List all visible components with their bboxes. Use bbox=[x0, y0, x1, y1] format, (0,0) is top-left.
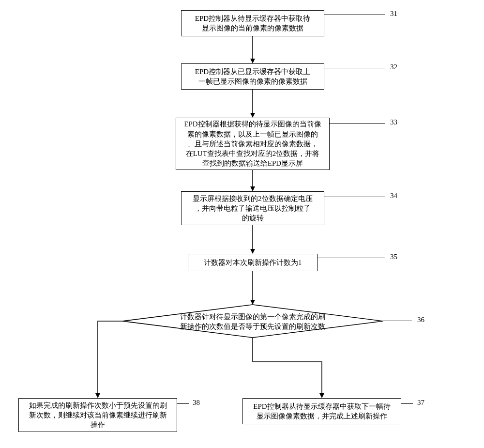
step-label-37: 37 bbox=[417, 399, 424, 407]
callout-line-32 bbox=[324, 68, 385, 68]
step-label-32: 32 bbox=[390, 63, 397, 71]
step-text: EPD控制器从已显示缓存器中获取上 一帧已显示图像的像素的像素数据 bbox=[195, 67, 310, 87]
step-box-31: EPD控制器从待显示缓存器中获取待 显示图像的当前像素的像素数据 bbox=[181, 10, 324, 36]
step-label-31: 31 bbox=[390, 10, 397, 18]
step-label-35: 35 bbox=[390, 253, 397, 261]
step-label-34: 34 bbox=[390, 192, 397, 200]
callout-line-34 bbox=[324, 197, 385, 197]
step-box-35: 计数器对本次刷新操作计数为1 bbox=[188, 254, 318, 271]
callout-line-37 bbox=[401, 403, 413, 404]
step-box-34: 显示屏根据接收到的2位数据确定电压 ，并向带电粒子输送电压以控制粒子 的旋转 bbox=[181, 191, 324, 225]
step-text: 计数器对本次刷新操作计数为1 bbox=[204, 258, 302, 267]
step-box-33: EPD控制器根据获得的待显示图像的当前像 素的像素数据，以及上一帧已显示图像的 … bbox=[176, 118, 330, 170]
decision-text-36: 计数器针对待显示图像的第一个像素完成的刷 新操作的次数值是否等于预先设置的刷新次… bbox=[173, 312, 332, 332]
step-text: 显示屏根据接收到的2位数据确定电压 ，并向带电粒子输送电压以控制粒子 的旋转 bbox=[193, 194, 313, 223]
callout-line-33 bbox=[330, 123, 385, 124]
step-text: 如果完成的刷新操作次数小于预先设置的刷 新次数，则继续对该当前像素继续进行刷新 … bbox=[29, 401, 167, 430]
step-text: 计数器针对待显示图像的第一个像素完成的刷 新操作的次数值是否等于预先设置的刷新次… bbox=[180, 313, 325, 330]
step-label-38: 38 bbox=[193, 399, 200, 407]
step-text: EPD控制器根据获得的待显示图像的当前像 素的像素数据，以及上一帧已显示图像的 … bbox=[184, 119, 321, 168]
step-box-37: EPD控制器从待显示缓存器中获取下一幅待 显示图像像素数据，并完成上述刷新操作 bbox=[242, 398, 401, 424]
callout-line-35 bbox=[318, 258, 385, 258]
step-box-38: 如果完成的刷新操作次数小于预先设置的刷 新次数，则继续对该当前像素继续进行刷新 … bbox=[18, 398, 177, 432]
step-label-33: 33 bbox=[390, 118, 397, 126]
step-box-32: EPD控制器从已显示缓存器中获取上 一帧已显示图像的像素的像素数据 bbox=[181, 63, 324, 90]
callout-line-31 bbox=[324, 15, 385, 15]
step-text: EPD控制器从待显示缓存器中获取下一幅待 显示图像像素数据，并完成上述刷新操作 bbox=[253, 402, 390, 421]
callout-line-38 bbox=[177, 403, 189, 404]
callout-line-36 bbox=[383, 321, 412, 321]
step-text: EPD控制器从待显示缓存器中获取待 显示图像的当前像素的像素数据 bbox=[195, 14, 310, 33]
flowchart-canvas: EPD控制器从待显示缓存器中获取待 显示图像的当前像素的像素数据 31 EPD控… bbox=[0, 0, 484, 448]
step-label-36: 36 bbox=[417, 316, 424, 324]
